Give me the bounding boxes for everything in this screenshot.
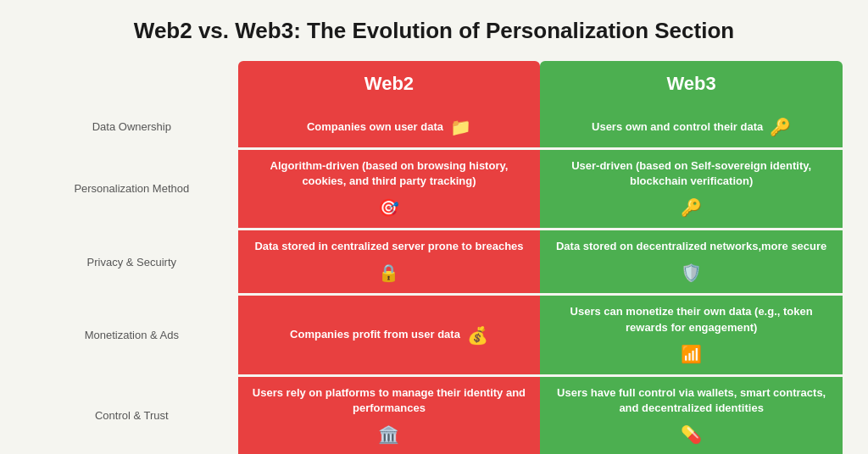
web3-cell-3: Users can monetize their own data (e.g.,… (540, 296, 843, 376)
table-row: Personalization Method Algorithm-driven … (25, 150, 843, 230)
web2-cell-content-3: Companies profit from user data 💰 (252, 324, 527, 347)
web3-icon-4: 💊 (681, 423, 702, 446)
web3-cell-4: Users have full control via wallets, sma… (540, 377, 843, 454)
web3-cell-content-3: Users can monetize their own data (e.g.,… (554, 304, 829, 365)
web3-text-2: Data stored on decentralized networks,mo… (556, 239, 826, 254)
main-title: Web2 vs. Web3: The Evolution of Personal… (25, 17, 843, 46)
web3-icon-2: 🛡️ (681, 261, 702, 285)
web3-cell-1: User-driven (based on Self-sovereign ide… (540, 150, 843, 230)
web2-cell-content-0: Companies own user data 📁 (252, 115, 527, 139)
header-web3: Web3 (540, 61, 843, 107)
web3-icon-3: 📶 (681, 342, 702, 366)
web2-icon-4: 🏛️ (378, 423, 399, 446)
web2-icon-0: 📁 (450, 115, 471, 139)
web2-text-2: Data stored in centralized server prone … (254, 239, 523, 254)
web3-cell-0: Users own and control their data 🔑 (540, 107, 843, 150)
table-row: Data Ownership Companies own user data 📁… (25, 107, 843, 150)
web3-icon-0: 🔑 (770, 115, 791, 139)
web2-icon-1: 🎯 (378, 196, 399, 219)
web2-text-0: Companies own user data (307, 119, 443, 135)
page-wrapper: Web2 vs. Web3: The Evolution of Personal… (0, 0, 868, 454)
table-row: Privacy & Secuirty Data stored in centra… (25, 230, 843, 296)
table-row: Control & Trust Users rely on platforms … (25, 377, 843, 454)
row-label-1: Personalization Method (25, 150, 238, 230)
web3-cell-content-4: Users have full control via wallets, sma… (554, 385, 829, 446)
web2-text-4: Users rely on platforms to manage their … (252, 385, 527, 416)
web2-icon-3: 💰 (467, 324, 488, 347)
web2-text-1: Algorithm-driven (based on browsing hist… (252, 158, 527, 189)
web3-cell-content-1: User-driven (based on Self-sovereign ide… (554, 158, 829, 219)
web3-text-4: Users have full control via wallets, sma… (554, 385, 829, 416)
web3-cell-2: Data stored on decentralized networks,mo… (540, 230, 843, 296)
web3-cell-content-0: Users own and control their data 🔑 (554, 115, 829, 139)
row-label-3: Monetization & Ads (25, 296, 238, 376)
table-row: Monetization & Ads Companies profit from… (25, 296, 843, 376)
row-label-4: Control & Trust (25, 377, 238, 454)
web2-cell-2: Data stored in centralized server prone … (238, 230, 541, 296)
web3-cell-content-2: Data stored on decentralized networks,mo… (554, 239, 829, 285)
web2-cell-4: Users rely on platforms to manage their … (238, 377, 541, 454)
comparison-table: Web2 Web3 Data Ownership Companies own u… (25, 61, 843, 454)
row-label-0: Data Ownership (25, 107, 238, 150)
web2-cell-content-2: Data stored in centralized server prone … (252, 239, 527, 285)
web2-text-3: Companies profit from user data (290, 327, 460, 342)
web3-icon-1: 🔑 (681, 196, 702, 219)
web3-text-0: Users own and control their data (592, 119, 763, 135)
web2-cell-0: Companies own user data 📁 (238, 107, 541, 150)
web3-text-3: Users can monetize their own data (e.g.,… (554, 304, 829, 335)
web3-text-1: User-driven (based on Self-sovereign ide… (554, 158, 829, 189)
table-header-row: Web2 Web3 (25, 61, 843, 107)
header-empty-cell (25, 61, 238, 107)
web2-cell-content-1: Algorithm-driven (based on browsing hist… (252, 158, 527, 219)
web2-cell-3: Companies profit from user data 💰 (238, 296, 541, 376)
header-web2: Web2 (238, 61, 541, 107)
web2-cell-content-4: Users rely on platforms to manage their … (252, 385, 527, 446)
web2-icon-2: 🔒 (378, 261, 399, 285)
row-label-2: Privacy & Secuirty (25, 230, 238, 296)
web2-cell-1: Algorithm-driven (based on browsing hist… (238, 150, 541, 230)
